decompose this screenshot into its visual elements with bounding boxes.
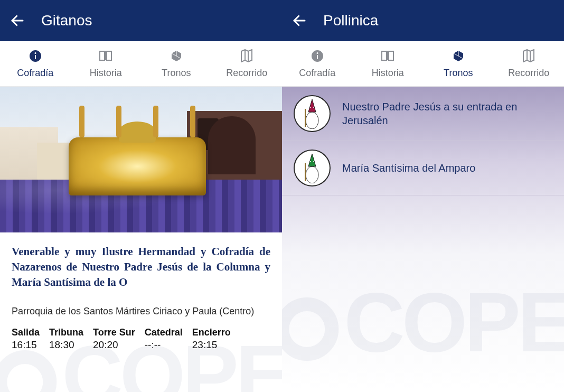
svg-point-10	[313, 107, 314, 108]
schedule-head: Catedral	[145, 327, 183, 338]
tab-label: Cofradía	[17, 68, 53, 79]
trono-icon	[294, 95, 331, 132]
tab-historia[interactable]: Historia	[71, 41, 142, 86]
tab-bar: CofradíaHistoriaTronosRecorrido	[282, 41, 564, 87]
svg-rect-6	[317, 55, 318, 59]
tab-historia[interactable]: Historia	[353, 41, 424, 86]
schedule-head: Torre Sur	[93, 327, 135, 338]
trono-icon	[294, 150, 331, 186]
tab-cofradía[interactable]: Cofradía	[282, 41, 353, 86]
back-icon[interactable]	[10, 13, 25, 29]
article-body: Venerable y muy Ilustre Hermandad y Cofr…	[0, 232, 282, 351]
page-title: Gitanos	[41, 12, 92, 29]
tab-icon	[380, 49, 395, 63]
tab-cofradía[interactable]: Cofradía	[0, 41, 71, 86]
back-icon[interactable]	[292, 13, 307, 29]
schedule-col: Torre Sur20:20	[93, 327, 135, 351]
tab-icon	[169, 49, 184, 63]
page-title: Pollinica	[323, 12, 378, 29]
schedule-head: Encierro	[192, 327, 231, 338]
tab-icon	[28, 49, 43, 63]
schedule-col: Salida16:15	[12, 327, 40, 351]
tab-bar: CofradíaHistoriaTronosRecorrido	[0, 41, 282, 87]
app-header: Gitanos	[0, 0, 282, 41]
svg-point-8	[306, 112, 318, 129]
tab-label: Recorrido	[508, 68, 549, 79]
tab-icon	[521, 49, 536, 63]
tronos-list: Nuestro Padre Jesús a su entrada en Jeru…	[282, 87, 564, 392]
tab-label: Cofradía	[299, 68, 335, 79]
brotherhood-full-name: Venerable y muy Ilustre Hermandad y Cofr…	[12, 244, 270, 290]
svg-point-12	[306, 166, 318, 183]
schedule-value: --:--	[145, 339, 161, 351]
schedule-col: Encierro23:15	[192, 327, 231, 351]
schedule-value: 23:15	[192, 339, 218, 351]
trono-label: María Santísima del Amparo	[342, 161, 475, 175]
schedule-head: Salida	[12, 327, 40, 338]
tab-tronos[interactable]: Tronos	[141, 41, 212, 86]
svg-rect-2	[35, 55, 36, 59]
screen-pollinica: Pollinica CofradíaHistoriaTronosRecorrid…	[282, 0, 564, 392]
tab-recorrido[interactable]: Recorrido	[494, 41, 565, 86]
tab-label: Tronos	[162, 68, 191, 79]
svg-point-7	[316, 52, 318, 54]
schedule-value: 20:20	[93, 339, 118, 351]
app-header: Pollinica	[282, 0, 564, 41]
tab-icon	[451, 49, 466, 63]
tab-label: Tronos	[444, 68, 473, 79]
schedule-value: 18:30	[49, 339, 74, 351]
schedule-col: Catedral--:--	[145, 327, 183, 351]
tab-tronos[interactable]: Tronos	[423, 41, 494, 86]
tab-label: Historia	[90, 68, 122, 79]
trono-label: Nuestro Padre Jesús a su entrada en Jeru…	[342, 100, 552, 127]
tab-label: Recorrido	[226, 68, 267, 79]
parish-name: Parroquia de los Santos Mártires Ciriaco…	[12, 305, 270, 318]
screen-gitanos: Gitanos CofradíaHistoriaTronosRecorrido …	[0, 0, 282, 392]
tab-recorrido[interactable]: Recorrido	[212, 41, 283, 86]
list-item[interactable]: María Santísima del Amparo	[282, 141, 564, 195]
schedule-table: Salida16:15Tribuna18:30Torre Sur20:20Cat…	[12, 327, 270, 351]
svg-point-14	[313, 161, 314, 162]
tab-label: Historia	[372, 68, 404, 79]
hero-image	[0, 87, 282, 232]
svg-point-13	[310, 161, 311, 162]
tab-icon	[239, 49, 254, 63]
schedule-head: Tribuna	[49, 327, 83, 338]
tab-icon	[310, 49, 325, 63]
schedule-value: 16:15	[12, 339, 37, 351]
tab-icon	[98, 49, 113, 63]
svg-point-3	[34, 52, 36, 54]
svg-point-9	[310, 107, 311, 108]
schedule-col: Tribuna18:30	[49, 327, 83, 351]
list-item[interactable]: Nuestro Padre Jesús a su entrada en Jeru…	[282, 87, 564, 141]
